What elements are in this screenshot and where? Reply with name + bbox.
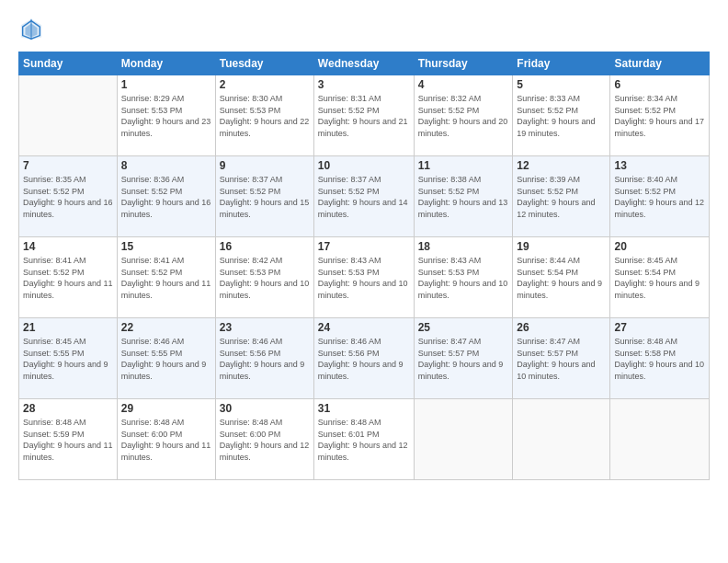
calendar-cell: 23Sunrise: 8:46 AMSunset: 5:56 PMDayligh…: [215, 318, 313, 399]
calendar-cell: 22Sunrise: 8:46 AMSunset: 5:55 PMDayligh…: [117, 318, 215, 399]
calendar-cell: 8Sunrise: 8:36 AMSunset: 5:52 PMDaylight…: [117, 156, 215, 237]
day-number: 17: [318, 240, 410, 253]
day-number: 5: [517, 78, 606, 91]
day-number: 7: [23, 159, 113, 172]
day-number: 27: [614, 321, 705, 334]
day-number: 31: [318, 402, 410, 415]
weekday-header-monday: Monday: [117, 52, 215, 75]
day-number: 26: [517, 321, 606, 334]
header: [18, 17, 710, 42]
day-number: 9: [220, 159, 310, 172]
calendar-cell: [513, 399, 610, 480]
day-info: Sunrise: 8:33 AMSunset: 5:52 PMDaylight:…: [517, 93, 606, 139]
day-info: Sunrise: 8:36 AMSunset: 5:52 PMDaylight:…: [121, 174, 211, 220]
day-number: 6: [614, 78, 705, 91]
calendar-cell: 24Sunrise: 8:46 AMSunset: 5:56 PMDayligh…: [313, 318, 414, 399]
day-number: 29: [121, 402, 211, 415]
day-number: 12: [517, 159, 606, 172]
calendar-cell: 1Sunrise: 8:29 AMSunset: 5:53 PMDaylight…: [117, 75, 215, 156]
calendar-cell: 26Sunrise: 8:47 AMSunset: 5:57 PMDayligh…: [513, 318, 610, 399]
day-number: 25: [418, 321, 509, 334]
day-number: 22: [121, 321, 211, 334]
calendar-cell: 12Sunrise: 8:39 AMSunset: 5:52 PMDayligh…: [513, 156, 610, 237]
calendar-cell: 9Sunrise: 8:37 AMSunset: 5:52 PMDaylight…: [215, 156, 313, 237]
day-number: 16: [220, 240, 310, 253]
calendar-cell: 28Sunrise: 8:48 AMSunset: 5:59 PMDayligh…: [19, 399, 118, 480]
calendar-week-row: 7Sunrise: 8:35 AMSunset: 5:52 PMDaylight…: [19, 156, 710, 237]
logo: [18, 17, 48, 42]
calendar-cell: 21Sunrise: 8:45 AMSunset: 5:55 PMDayligh…: [19, 318, 118, 399]
day-info: Sunrise: 8:31 AMSunset: 5:52 PMDaylight:…: [318, 93, 410, 139]
day-info: Sunrise: 8:45 AMSunset: 5:55 PMDaylight:…: [23, 336, 113, 382]
calendar-cell: 25Sunrise: 8:47 AMSunset: 5:57 PMDayligh…: [414, 318, 513, 399]
weekday-header-thursday: Thursday: [414, 52, 513, 75]
day-info: Sunrise: 8:43 AMSunset: 5:53 PMDaylight:…: [418, 255, 509, 301]
day-info: Sunrise: 8:46 AMSunset: 5:56 PMDaylight:…: [220, 336, 310, 382]
page: SundayMondayTuesdayWednesdayThursdayFrid…: [0, 0, 728, 563]
day-number: 1: [121, 78, 211, 91]
day-info: Sunrise: 8:40 AMSunset: 5:52 PMDaylight:…: [614, 174, 705, 220]
calendar-cell: 29Sunrise: 8:48 AMSunset: 6:00 PMDayligh…: [117, 399, 215, 480]
weekday-header-tuesday: Tuesday: [215, 52, 313, 75]
calendar-cell: 6Sunrise: 8:34 AMSunset: 5:52 PMDaylight…: [610, 75, 710, 156]
calendar-cell: 18Sunrise: 8:43 AMSunset: 5:53 PMDayligh…: [414, 237, 513, 318]
calendar-cell: 15Sunrise: 8:41 AMSunset: 5:52 PMDayligh…: [117, 237, 215, 318]
day-number: 2: [220, 78, 310, 91]
day-info: Sunrise: 8:47 AMSunset: 5:57 PMDaylight:…: [517, 336, 606, 382]
day-info: Sunrise: 8:48 AMSunset: 6:01 PMDaylight:…: [318, 417, 410, 463]
calendar-cell: 19Sunrise: 8:44 AMSunset: 5:54 PMDayligh…: [513, 237, 610, 318]
day-info: Sunrise: 8:48 AMSunset: 6:00 PMDaylight:…: [220, 417, 310, 463]
calendar-cell: 16Sunrise: 8:42 AMSunset: 5:53 PMDayligh…: [215, 237, 313, 318]
day-info: Sunrise: 8:46 AMSunset: 5:56 PMDaylight:…: [318, 336, 410, 382]
calendar-cell: 5Sunrise: 8:33 AMSunset: 5:52 PMDaylight…: [513, 75, 610, 156]
day-number: 20: [614, 240, 705, 253]
day-info: Sunrise: 8:41 AMSunset: 5:52 PMDaylight:…: [23, 255, 113, 301]
day-info: Sunrise: 8:46 AMSunset: 5:55 PMDaylight:…: [121, 336, 211, 382]
day-number: 21: [23, 321, 113, 334]
day-number: 10: [318, 159, 410, 172]
calendar-cell: 31Sunrise: 8:48 AMSunset: 6:01 PMDayligh…: [313, 399, 414, 480]
calendar-cell: 2Sunrise: 8:30 AMSunset: 5:53 PMDaylight…: [215, 75, 313, 156]
calendar-week-row: 28Sunrise: 8:48 AMSunset: 5:59 PMDayligh…: [19, 399, 710, 480]
calendar-cell: 10Sunrise: 8:37 AMSunset: 5:52 PMDayligh…: [313, 156, 414, 237]
calendar-cell: [19, 75, 118, 156]
calendar-week-row: 21Sunrise: 8:45 AMSunset: 5:55 PMDayligh…: [19, 318, 710, 399]
day-number: 3: [318, 78, 410, 91]
calendar-cell: 27Sunrise: 8:48 AMSunset: 5:58 PMDayligh…: [610, 318, 710, 399]
day-info: Sunrise: 8:29 AMSunset: 5:53 PMDaylight:…: [121, 93, 211, 139]
day-info: Sunrise: 8:42 AMSunset: 5:53 PMDaylight:…: [220, 255, 310, 301]
logo-icon: [18, 17, 44, 42]
day-number: 14: [23, 240, 113, 253]
calendar-cell: 3Sunrise: 8:31 AMSunset: 5:52 PMDaylight…: [313, 75, 414, 156]
weekday-header-friday: Friday: [513, 52, 610, 75]
day-number: 18: [418, 240, 509, 253]
day-number: 8: [121, 159, 211, 172]
day-info: Sunrise: 8:47 AMSunset: 5:57 PMDaylight:…: [418, 336, 509, 382]
weekday-header-sunday: Sunday: [19, 52, 118, 75]
calendar-cell: [610, 399, 710, 480]
day-number: 4: [418, 78, 509, 91]
calendar-cell: 4Sunrise: 8:32 AMSunset: 5:52 PMDaylight…: [414, 75, 513, 156]
day-info: Sunrise: 8:30 AMSunset: 5:53 PMDaylight:…: [220, 93, 310, 139]
calendar-cell: 11Sunrise: 8:38 AMSunset: 5:52 PMDayligh…: [414, 156, 513, 237]
calendar-cell: 20Sunrise: 8:45 AMSunset: 5:54 PMDayligh…: [610, 237, 710, 318]
weekday-header-wednesday: Wednesday: [313, 52, 414, 75]
calendar-cell: 13Sunrise: 8:40 AMSunset: 5:52 PMDayligh…: [610, 156, 710, 237]
day-info: Sunrise: 8:35 AMSunset: 5:52 PMDaylight:…: [23, 174, 113, 220]
day-number: 30: [220, 402, 310, 415]
day-number: 24: [318, 321, 410, 334]
day-info: Sunrise: 8:37 AMSunset: 5:52 PMDaylight:…: [220, 174, 310, 220]
day-info: Sunrise: 8:48 AMSunset: 5:59 PMDaylight:…: [23, 417, 113, 463]
day-info: Sunrise: 8:43 AMSunset: 5:53 PMDaylight:…: [318, 255, 410, 301]
day-info: Sunrise: 8:39 AMSunset: 5:52 PMDaylight:…: [517, 174, 606, 220]
day-number: 28: [23, 402, 113, 415]
calendar-table: SundayMondayTuesdayWednesdayThursdayFrid…: [18, 52, 710, 480]
day-number: 15: [121, 240, 211, 253]
day-info: Sunrise: 8:45 AMSunset: 5:54 PMDaylight:…: [614, 255, 705, 301]
day-info: Sunrise: 8:38 AMSunset: 5:52 PMDaylight:…: [418, 174, 509, 220]
day-number: 11: [418, 159, 509, 172]
calendar-cell: 7Sunrise: 8:35 AMSunset: 5:52 PMDaylight…: [19, 156, 118, 237]
calendar-week-row: 14Sunrise: 8:41 AMSunset: 5:52 PMDayligh…: [19, 237, 710, 318]
calendar-week-row: 1Sunrise: 8:29 AMSunset: 5:53 PMDaylight…: [19, 75, 710, 156]
day-number: 13: [614, 159, 705, 172]
